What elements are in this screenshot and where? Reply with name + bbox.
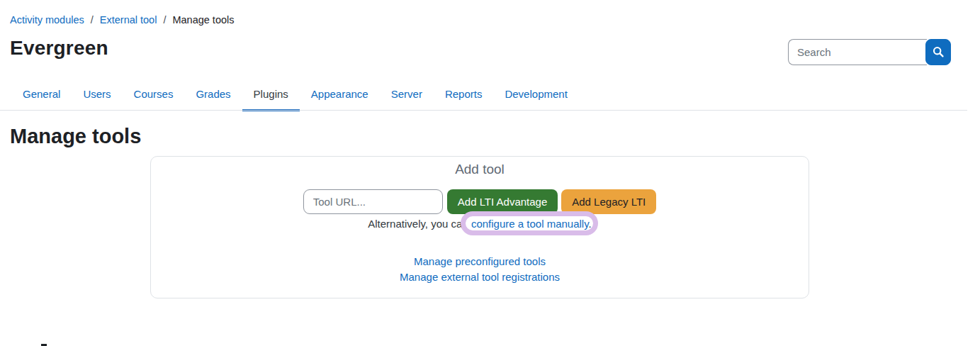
add-tool-card: Add tool Add LTI Advantage Add Legacy LT… xyxy=(150,156,809,298)
manage-external-tool-registrations-link[interactable]: Manage external tool registrations xyxy=(151,269,809,285)
tab-appearance[interactable]: Appearance xyxy=(300,81,380,111)
card-links: Manage preconfigured tools Manage extern… xyxy=(151,254,809,285)
configure-manually-sentence: Alternatively, you can configure a tool … xyxy=(151,218,809,230)
site-title: Evergreen xyxy=(10,37,108,60)
breadcrumb-current: Manage tools xyxy=(172,14,234,26)
add-legacy-lti-button[interactable]: Add Legacy LTI xyxy=(561,189,656,214)
configure-tool-manually-link[interactable]: configure a tool manually xyxy=(471,218,589,230)
tabs-divider xyxy=(0,110,967,111)
add-tool-title: Add tool xyxy=(151,162,809,177)
tab-reports[interactable]: Reports xyxy=(434,81,494,111)
manage-tools-page: Activity modules / External tool / Manag… xyxy=(0,0,980,346)
search-icon xyxy=(933,46,945,58)
breadcrumb-separator: / xyxy=(91,14,94,26)
manage-preconfigured-tools-link[interactable]: Manage preconfigured tools xyxy=(151,254,809,269)
tab-users[interactable]: Users xyxy=(72,81,122,111)
add-tool-form: Add LTI Advantage Add Legacy LTI xyxy=(151,189,809,214)
breadcrumb: Activity modules / External tool / Manag… xyxy=(10,14,235,26)
add-lti-advantage-button[interactable]: Add LTI Advantage xyxy=(447,189,558,214)
admin-settings-tabs: General Users Courses Grades Plugins App… xyxy=(11,81,579,111)
search-input[interactable] xyxy=(788,39,927,65)
tab-server[interactable]: Server xyxy=(380,81,434,111)
sentence-suffix: . xyxy=(589,218,592,230)
tab-plugins[interactable]: Plugins xyxy=(242,81,300,111)
tab-courses[interactable]: Courses xyxy=(123,81,185,111)
tab-development[interactable]: Development xyxy=(493,81,578,111)
page-title: Manage tools xyxy=(10,125,141,148)
tab-general[interactable]: General xyxy=(11,81,72,111)
search-button[interactable] xyxy=(925,39,951,65)
search-bar xyxy=(788,39,951,65)
breadcrumb-separator: / xyxy=(163,14,166,26)
tool-url-input[interactable] xyxy=(303,189,443,214)
breadcrumb-activity-modules[interactable]: Activity modules xyxy=(10,14,84,26)
tab-grades[interactable]: Grades xyxy=(184,81,242,111)
sentence-prefix: Alternatively, you can xyxy=(368,218,471,230)
breadcrumb-external-tool[interactable]: External tool xyxy=(100,14,157,26)
